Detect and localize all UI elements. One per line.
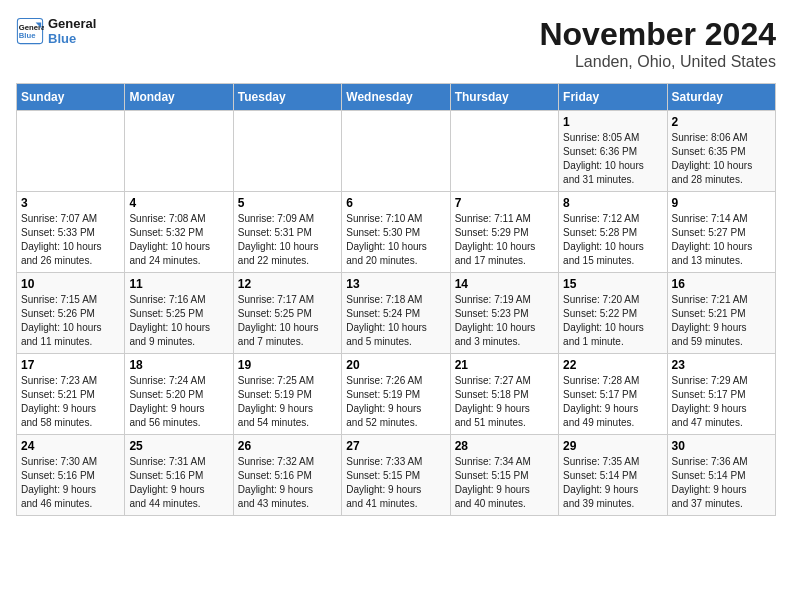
calendar-cell: [17, 111, 125, 192]
day-info: Sunrise: 7:34 AM Sunset: 5:15 PM Dayligh…: [455, 455, 554, 511]
calendar-cell: 28Sunrise: 7:34 AM Sunset: 5:15 PM Dayli…: [450, 435, 558, 516]
day-info: Sunrise: 7:29 AM Sunset: 5:17 PM Dayligh…: [672, 374, 771, 430]
calendar-cell: 26Sunrise: 7:32 AM Sunset: 5:16 PM Dayli…: [233, 435, 341, 516]
logo-line2: Blue: [48, 31, 96, 46]
day-info: Sunrise: 7:33 AM Sunset: 5:15 PM Dayligh…: [346, 455, 445, 511]
day-info: Sunrise: 7:14 AM Sunset: 5:27 PM Dayligh…: [672, 212, 771, 268]
day-number: 23: [672, 358, 771, 372]
day-info: Sunrise: 7:32 AM Sunset: 5:16 PM Dayligh…: [238, 455, 337, 511]
day-number: 11: [129, 277, 228, 291]
calendar-week-row: 3Sunrise: 7:07 AM Sunset: 5:33 PM Daylig…: [17, 192, 776, 273]
calendar-week-row: 24Sunrise: 7:30 AM Sunset: 5:16 PM Dayli…: [17, 435, 776, 516]
day-number: 3: [21, 196, 120, 210]
calendar-cell: 17Sunrise: 7:23 AM Sunset: 5:21 PM Dayli…: [17, 354, 125, 435]
day-info: Sunrise: 7:16 AM Sunset: 5:25 PM Dayligh…: [129, 293, 228, 349]
calendar-cell: 23Sunrise: 7:29 AM Sunset: 5:17 PM Dayli…: [667, 354, 775, 435]
day-info: Sunrise: 7:09 AM Sunset: 5:31 PM Dayligh…: [238, 212, 337, 268]
day-number: 17: [21, 358, 120, 372]
day-number: 12: [238, 277, 337, 291]
day-number: 7: [455, 196, 554, 210]
day-number: 30: [672, 439, 771, 453]
day-number: 1: [563, 115, 662, 129]
calendar-cell: 6Sunrise: 7:10 AM Sunset: 5:30 PM Daylig…: [342, 192, 450, 273]
day-info: Sunrise: 8:05 AM Sunset: 6:36 PM Dayligh…: [563, 131, 662, 187]
calendar-cell: 20Sunrise: 7:26 AM Sunset: 5:19 PM Dayli…: [342, 354, 450, 435]
calendar-cell: 25Sunrise: 7:31 AM Sunset: 5:16 PM Dayli…: [125, 435, 233, 516]
day-number: 28: [455, 439, 554, 453]
calendar-cell: 27Sunrise: 7:33 AM Sunset: 5:15 PM Dayli…: [342, 435, 450, 516]
calendar-cell: 5Sunrise: 7:09 AM Sunset: 5:31 PM Daylig…: [233, 192, 341, 273]
calendar-cell: 30Sunrise: 7:36 AM Sunset: 5:14 PM Dayli…: [667, 435, 775, 516]
weekday-header-cell: Monday: [125, 84, 233, 111]
day-info: Sunrise: 7:12 AM Sunset: 5:28 PM Dayligh…: [563, 212, 662, 268]
logo: General Blue General Blue: [16, 16, 96, 46]
month-title: November 2024: [539, 16, 776, 53]
day-number: 9: [672, 196, 771, 210]
day-info: Sunrise: 7:20 AM Sunset: 5:22 PM Dayligh…: [563, 293, 662, 349]
day-info: Sunrise: 7:24 AM Sunset: 5:20 PM Dayligh…: [129, 374, 228, 430]
weekday-header-cell: Friday: [559, 84, 667, 111]
calendar-cell: [450, 111, 558, 192]
calendar-cell: 14Sunrise: 7:19 AM Sunset: 5:23 PM Dayli…: [450, 273, 558, 354]
day-info: Sunrise: 7:15 AM Sunset: 5:26 PM Dayligh…: [21, 293, 120, 349]
day-info: Sunrise: 7:26 AM Sunset: 5:19 PM Dayligh…: [346, 374, 445, 430]
day-info: Sunrise: 7:30 AM Sunset: 5:16 PM Dayligh…: [21, 455, 120, 511]
day-number: 13: [346, 277, 445, 291]
day-info: Sunrise: 7:17 AM Sunset: 5:25 PM Dayligh…: [238, 293, 337, 349]
day-number: 4: [129, 196, 228, 210]
calendar-week-row: 17Sunrise: 7:23 AM Sunset: 5:21 PM Dayli…: [17, 354, 776, 435]
day-number: 21: [455, 358, 554, 372]
day-number: 29: [563, 439, 662, 453]
day-info: Sunrise: 7:23 AM Sunset: 5:21 PM Dayligh…: [21, 374, 120, 430]
day-info: Sunrise: 7:28 AM Sunset: 5:17 PM Dayligh…: [563, 374, 662, 430]
day-number: 19: [238, 358, 337, 372]
day-number: 18: [129, 358, 228, 372]
title-area: November 2024 Landen, Ohio, United State…: [539, 16, 776, 71]
calendar-cell: 22Sunrise: 7:28 AM Sunset: 5:17 PM Dayli…: [559, 354, 667, 435]
day-info: Sunrise: 7:27 AM Sunset: 5:18 PM Dayligh…: [455, 374, 554, 430]
day-info: Sunrise: 7:25 AM Sunset: 5:19 PM Dayligh…: [238, 374, 337, 430]
weekday-header-cell: Thursday: [450, 84, 558, 111]
day-info: Sunrise: 7:19 AM Sunset: 5:23 PM Dayligh…: [455, 293, 554, 349]
day-number: 10: [21, 277, 120, 291]
calendar-cell: 10Sunrise: 7:15 AM Sunset: 5:26 PM Dayli…: [17, 273, 125, 354]
calendar-cell: 8Sunrise: 7:12 AM Sunset: 5:28 PM Daylig…: [559, 192, 667, 273]
weekday-header-row: SundayMondayTuesdayWednesdayThursdayFrid…: [17, 84, 776, 111]
calendar-cell: [342, 111, 450, 192]
day-number: 20: [346, 358, 445, 372]
logo-icon: General Blue: [16, 17, 44, 45]
day-number: 15: [563, 277, 662, 291]
calendar-cell: 2Sunrise: 8:06 AM Sunset: 6:35 PM Daylig…: [667, 111, 775, 192]
weekday-header-cell: Sunday: [17, 84, 125, 111]
calendar-table: SundayMondayTuesdayWednesdayThursdayFrid…: [16, 83, 776, 516]
logo-line1: General: [48, 16, 96, 31]
calendar-cell: [125, 111, 233, 192]
calendar-cell: 12Sunrise: 7:17 AM Sunset: 5:25 PM Dayli…: [233, 273, 341, 354]
day-number: 22: [563, 358, 662, 372]
calendar-cell: 13Sunrise: 7:18 AM Sunset: 5:24 PM Dayli…: [342, 273, 450, 354]
calendar-cell: 1Sunrise: 8:05 AM Sunset: 6:36 PM Daylig…: [559, 111, 667, 192]
calendar-cell: 7Sunrise: 7:11 AM Sunset: 5:29 PM Daylig…: [450, 192, 558, 273]
day-number: 25: [129, 439, 228, 453]
calendar-cell: 24Sunrise: 7:30 AM Sunset: 5:16 PM Dayli…: [17, 435, 125, 516]
header: General Blue General Blue November 2024 …: [16, 16, 776, 71]
day-info: Sunrise: 7:07 AM Sunset: 5:33 PM Dayligh…: [21, 212, 120, 268]
calendar-cell: [233, 111, 341, 192]
weekday-header-cell: Wednesday: [342, 84, 450, 111]
calendar-cell: 3Sunrise: 7:07 AM Sunset: 5:33 PM Daylig…: [17, 192, 125, 273]
location-title: Landen, Ohio, United States: [539, 53, 776, 71]
day-number: 24: [21, 439, 120, 453]
day-number: 16: [672, 277, 771, 291]
day-number: 14: [455, 277, 554, 291]
calendar-cell: 15Sunrise: 7:20 AM Sunset: 5:22 PM Dayli…: [559, 273, 667, 354]
calendar-cell: 16Sunrise: 7:21 AM Sunset: 5:21 PM Dayli…: [667, 273, 775, 354]
day-info: Sunrise: 7:31 AM Sunset: 5:16 PM Dayligh…: [129, 455, 228, 511]
calendar-cell: 19Sunrise: 7:25 AM Sunset: 5:19 PM Dayli…: [233, 354, 341, 435]
day-info: Sunrise: 7:18 AM Sunset: 5:24 PM Dayligh…: [346, 293, 445, 349]
weekday-header-cell: Saturday: [667, 84, 775, 111]
calendar-cell: 21Sunrise: 7:27 AM Sunset: 5:18 PM Dayli…: [450, 354, 558, 435]
day-info: Sunrise: 7:08 AM Sunset: 5:32 PM Dayligh…: [129, 212, 228, 268]
day-info: Sunrise: 7:35 AM Sunset: 5:14 PM Dayligh…: [563, 455, 662, 511]
day-number: 6: [346, 196, 445, 210]
calendar-week-row: 10Sunrise: 7:15 AM Sunset: 5:26 PM Dayli…: [17, 273, 776, 354]
